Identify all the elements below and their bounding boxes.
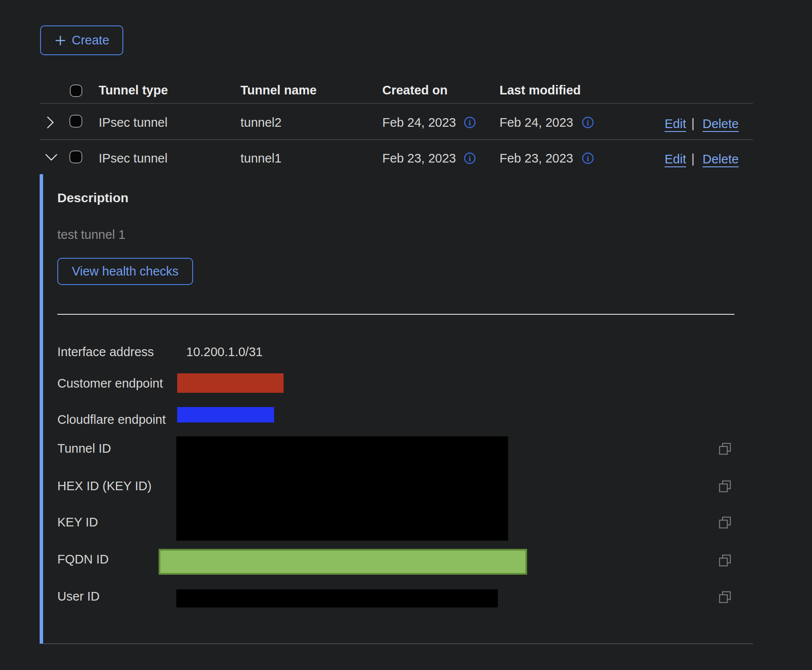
svg-text:i: i bbox=[587, 154, 589, 163]
svg-text:i: i bbox=[468, 154, 471, 163]
svg-text:i: i bbox=[468, 119, 471, 127]
svg-text:i: i bbox=[587, 119, 589, 127]
